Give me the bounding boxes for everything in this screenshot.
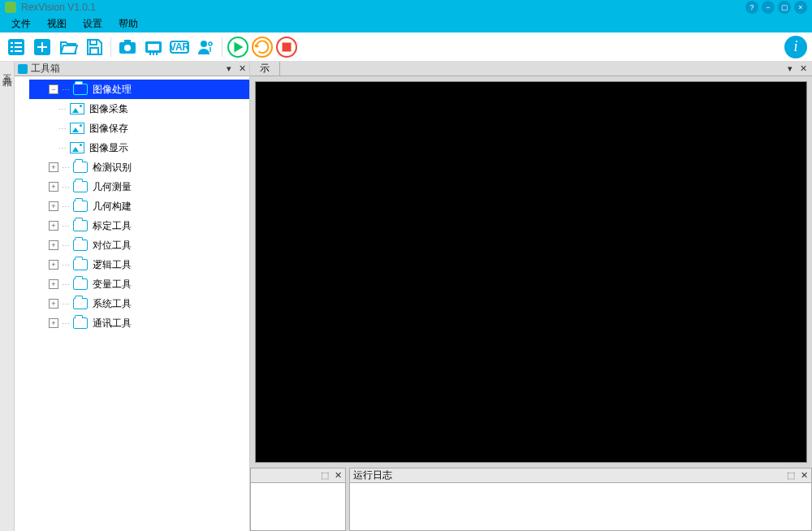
log-body — [350, 483, 811, 530]
close-icon[interactable]: ✕ — [236, 63, 248, 75]
menu-view[interactable]: 视图 — [39, 15, 75, 33]
menu-help[interactable]: 帮助 — [110, 15, 146, 33]
log-title: 运行日志 — [353, 468, 392, 482]
bottom-left-body — [251, 483, 345, 530]
svg-rect-18 — [153, 53, 154, 55]
tree-node-label: 逻辑工具 — [93, 258, 132, 272]
folder-icon — [73, 180, 88, 193]
close-icon[interactable]: ✕ — [797, 63, 809, 75]
image-viewer[interactable] — [255, 81, 807, 463]
tree-node[interactable]: +⋯几何构建 — [29, 196, 249, 216]
tree-node[interactable]: +⋯几何测量 — [29, 177, 249, 196]
var-button[interactable]: VAR — [168, 36, 191, 58]
tree-node[interactable]: ⋯图像采集 — [15, 99, 249, 119]
log-panel: 运行日志 ⬚ ✕ — [349, 468, 812, 531]
folder-icon — [73, 317, 88, 330]
folder-icon — [73, 278, 88, 291]
tree-node[interactable]: +⋯逻辑工具 — [29, 255, 249, 274]
app-icon — [5, 2, 16, 13]
image-icon — [70, 122, 84, 135]
viewer-tab-bar: 示 ▾ ✕ — [250, 62, 812, 76]
list-button[interactable] — [5, 36, 28, 58]
save-button[interactable] — [83, 36, 106, 58]
svg-rect-9 — [37, 46, 47, 48]
tree-expander[interactable]: + — [49, 260, 58, 270]
folder-icon — [73, 219, 88, 232]
minimize-button[interactable]: − — [762, 1, 775, 14]
tree-node[interactable]: ⋯图像显示 — [15, 138, 249, 158]
dropdown-icon[interactable]: ▾ — [784, 63, 796, 75]
tree-node[interactable]: +⋯检测识别 — [29, 158, 249, 177]
log-header-controls: ⬚ ✕ — [785, 470, 810, 481]
toolbox-panel: 工具箱 ▾ ✕ −⋯图像处理⋯图像采集⋯图像保存⋯图像显示+⋯检测识别+⋯几何测… — [15, 62, 250, 531]
tree-expander[interactable]: + — [49, 279, 58, 289]
pin-icon[interactable]: ⬚ — [319, 470, 330, 481]
info-button[interactable]: i — [784, 36, 807, 58]
pin-icon[interactable]: ⬚ — [785, 470, 797, 481]
open-button[interactable] — [57, 36, 80, 58]
tree-node[interactable]: +⋯对位工具 — [29, 235, 249, 255]
viewer-header-controls: ▾ ✕ — [784, 63, 809, 75]
window-buttons: ? − ▢ × — [745, 0, 807, 15]
new-button[interactable] — [31, 36, 54, 58]
toolbox-tree: −⋯图像处理⋯图像采集⋯图像保存⋯图像显示+⋯检测识别+⋯几何测量+⋯几何构建+… — [15, 76, 249, 531]
dropdown-icon[interactable]: ▾ — [223, 63, 235, 75]
tree-node[interactable]: ⋯图像保存 — [15, 119, 249, 138]
sidebar-collapse-tab[interactable]: 工具箱 — [0, 62, 15, 531]
tree-node-label: 检测识别 — [93, 161, 132, 175]
tree-node-label: 图像处理 — [93, 80, 249, 99]
run-button[interactable] — [227, 37, 248, 58]
tree-expander[interactable]: + — [49, 182, 58, 192]
menu-settings[interactable]: 设置 — [75, 15, 110, 33]
tree-node-label: 通讯工具 — [93, 317, 132, 330]
maximize-button[interactable]: ▢ — [778, 1, 791, 14]
svg-rect-1 — [11, 42, 13, 44]
close-button[interactable]: × — [794, 1, 807, 14]
loop-button[interactable] — [252, 37, 273, 58]
tree-expander[interactable]: + — [49, 299, 58, 309]
tree-node[interactable]: +⋯通讯工具 — [29, 313, 249, 333]
tree-node[interactable]: +⋯标定工具 — [29, 216, 249, 235]
svg-rect-19 — [156, 53, 158, 55]
tree-node-label: 变量工具 — [93, 278, 132, 291]
viewer-tab[interactable]: 示 — [250, 62, 280, 76]
svg-rect-3 — [11, 46, 13, 48]
camera-button[interactable] — [116, 36, 139, 58]
tree-node-label: 图像显示 — [89, 141, 128, 155]
svg-rect-4 — [15, 46, 22, 48]
toolbar-separator — [110, 37, 111, 57]
tree-expander[interactable]: + — [49, 318, 58, 328]
title-bar: RexVision V1.0.1 ? − ▢ × — [0, 0, 812, 15]
tree-expander[interactable]: + — [49, 221, 58, 231]
menu-file[interactable]: 文件 — [3, 15, 39, 33]
folder-icon — [73, 239, 88, 252]
close-icon[interactable]: ✕ — [332, 470, 343, 481]
tree-node-label: 图像保存 — [89, 122, 128, 136]
svg-rect-17 — [149, 53, 151, 55]
tree-node-label: 标定工具 — [93, 219, 132, 233]
bottom-left-controls: ⬚ ✕ — [319, 470, 343, 481]
image-icon — [70, 141, 84, 154]
stop-button[interactable] — [276, 37, 297, 58]
toolbox-title: 工具箱 — [31, 62, 60, 76]
svg-rect-24 — [283, 42, 292, 51]
svg-point-22 — [201, 41, 207, 47]
toolbar-separator — [222, 37, 222, 57]
user-button[interactable] — [194, 36, 217, 58]
tree-node-label: 对位工具 — [93, 239, 132, 253]
tree-expander[interactable]: + — [49, 201, 58, 211]
tree-node[interactable]: +⋯变量工具 — [29, 274, 249, 294]
help-window-button[interactable]: ? — [745, 1, 758, 14]
tree-expander[interactable]: − — [49, 84, 58, 94]
tree-node-label: 系统工具 — [93, 297, 132, 311]
tree-expander[interactable]: + — [49, 240, 58, 250]
io-button[interactable] — [142, 36, 165, 58]
folder-icon — [73, 161, 88, 174]
close-icon[interactable]: ✕ — [798, 470, 810, 481]
svg-rect-5 — [11, 50, 13, 52]
svg-rect-6 — [15, 50, 22, 52]
tree-node[interactable]: −⋯图像处理 — [29, 80, 249, 99]
tree-expander[interactable]: + — [49, 162, 58, 172]
tree-node[interactable]: +⋯系统工具 — [29, 294, 249, 313]
folder-icon — [73, 83, 88, 96]
